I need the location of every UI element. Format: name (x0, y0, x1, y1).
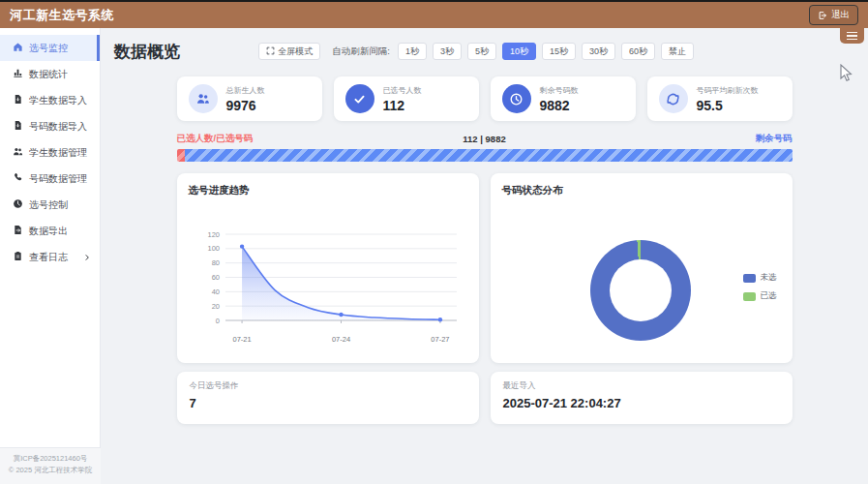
interval-button-1s[interactable]: 1秒 (398, 43, 427, 60)
sidebar-menu: 选号监控 数据统计 学生数据导入 号码数据导入 学生数据管理 (0, 28, 101, 448)
interval-button-10s[interactable]: 10秒 (502, 43, 536, 60)
interval-button-15s[interactable]: 15秒 (542, 43, 576, 60)
sidebar: 选号监控 数据统计 学生数据导入 号码数据导入 学生数据管理 (0, 28, 101, 484)
sidebar-item-student-import[interactable]: 学生数据导入 (0, 87, 100, 113)
check-circle-icon (345, 84, 374, 113)
stat-label: 总新生人数 (226, 85, 265, 96)
sidebar-item-statistics[interactable]: 数据统计 (0, 61, 100, 87)
recent-import-card: 最近导入 2025-07-21 22:04:27 (491, 372, 793, 424)
logout-button[interactable]: 退出 (809, 5, 858, 25)
sidebar-footer: 冀ICP备2025121460号 © 2025 河北工程技术学院 (0, 453, 101, 478)
svg-text:80: 80 (211, 258, 219, 267)
interval-button-disable[interactable]: 禁止 (661, 43, 694, 60)
interval-button-5s[interactable]: 5秒 (467, 43, 496, 60)
stat-card-remaining-numbers: 剩余号码数 9882 (491, 76, 636, 121)
stat-label: 号码平均刷新次数 (697, 85, 759, 96)
refresh-icon (659, 84, 688, 113)
phone-icon (13, 172, 23, 185)
app-window: 河工新生选号系统 退出 选号监控 数据统计 学生数据导入 (0, 0, 868, 484)
sidebar-item-number-manage[interactable]: 号码数据管理 (0, 166, 100, 192)
recent-import-value: 2025-07-21 22:04:27 (503, 396, 780, 410)
today-operations-card: 今日选号操作 7 (177, 372, 479, 424)
export-icon (13, 225, 23, 237)
sidebar-item-label: 选号控制 (29, 198, 68, 212)
legend-item-selected[interactable]: 已选 (743, 290, 777, 302)
interval-button-30s[interactable]: 30秒 (582, 43, 615, 60)
progress-counts: 112 | 9882 (463, 134, 505, 144)
sidebar-item-label: 学生数据导入 (29, 94, 87, 107)
interval-button-3s[interactable]: 3秒 (433, 43, 462, 60)
progress-remaining-segment (185, 149, 793, 162)
home-icon (13, 42, 23, 54)
svg-text:60: 60 (211, 273, 219, 282)
users-icon (13, 146, 23, 159)
legend-item-unselected[interactable]: 未选 (743, 272, 777, 284)
svg-text:120: 120 (207, 230, 220, 239)
progress-right-label: 剩余号码 (506, 133, 793, 145)
sidebar-item-label: 查看日志 (29, 251, 68, 264)
sidebar-item-label: 号码数据导入 (29, 120, 87, 134)
clipboard-icon (13, 251, 23, 263)
fullscreen-icon (266, 46, 275, 57)
today-operations-value: 7 (190, 396, 466, 410)
chevron-right-icon (83, 254, 91, 261)
trend-chart-title: 选号进度趋势 (189, 184, 467, 197)
donut-hole (610, 259, 672, 321)
svg-text:07-24: 07-24 (331, 335, 349, 344)
logout-icon (818, 11, 827, 20)
stat-card-selected-students: 已选号人数 112 (334, 76, 479, 121)
svg-text:0: 0 (215, 317, 219, 325)
sidebar-item-student-manage[interactable]: 学生数据管理 (0, 139, 100, 166)
app-title: 河工新生选号系统 (10, 7, 114, 24)
interval-button-60s[interactable]: 60秒 (621, 43, 655, 60)
stat-value: 9882 (540, 98, 579, 113)
hamburger-icon (847, 32, 857, 34)
stat-value: 95.5 (697, 98, 759, 113)
sidebar-item-monitor[interactable]: 选号监控 (0, 35, 100, 61)
donut-ring (590, 240, 691, 341)
clock-icon (13, 198, 23, 211)
refresh-interval-label: 自动刷新间隔: (332, 45, 390, 58)
clock-icon (502, 84, 531, 113)
status-chart-title: 号码状态分布 (502, 184, 781, 197)
bar-chart-icon (13, 68, 23, 80)
svg-text:07-21: 07-21 (232, 335, 251, 344)
main-content: 数据概览 全屏模式 自动刷新间隔: 1秒 3秒 5秒 10秒 15秒 30秒 6… (101, 28, 868, 484)
sidebar-item-logs[interactable]: 查看日志 (0, 244, 100, 270)
svg-text:07-27: 07-27 (431, 335, 449, 344)
status-chart-card: 号码状态分布 未选 已选 (491, 173, 793, 363)
legend-swatch (743, 292, 756, 301)
sidebar-item-number-import[interactable]: 号码数据导入 (0, 113, 100, 139)
stat-label: 剩余号码数 (540, 85, 579, 96)
progress-selected-segment (177, 149, 185, 162)
line-chart-canvas: 02040608010012007-2107-2407-27 (191, 219, 466, 350)
progress-bar (177, 149, 793, 162)
trend-chart-card: 选号进度趋势 02040608010012007-2107-2407-27 (177, 173, 479, 363)
sidebar-item-label: 数据统计 (29, 68, 68, 81)
svg-text:100: 100 (207, 244, 220, 253)
stat-card-avg-refresh: 号码平均刷新次数 95.5 (647, 76, 793, 121)
sidebar-item-label: 号码数据管理 (29, 172, 87, 186)
users-group-icon (189, 84, 218, 113)
today-operations-label: 今日选号操作 (190, 380, 466, 392)
settings-drawer-handle[interactable] (840, 28, 864, 44)
selection-progress: 已选人数/已选号码 112 | 9882 剩余号码 (177, 133, 793, 162)
file-import-icon (13, 94, 23, 106)
sidebar-item-export[interactable]: 数据导出 (0, 218, 100, 244)
svg-text:20: 20 (211, 302, 219, 311)
progress-left-label: 已选人数/已选号码 (177, 133, 464, 145)
stat-value: 9976 (226, 98, 265, 113)
stat-card-total-students: 总新生人数 9976 (177, 76, 322, 121)
page-title: 数据概览 (114, 41, 180, 63)
copyright: © 2025 河北工程技术学院 (0, 465, 101, 477)
stat-value: 112 (383, 98, 422, 113)
recent-import-label: 最近导入 (503, 380, 780, 392)
stat-label: 已选号人数 (383, 85, 422, 96)
refresh-toolbar: 全屏模式 自动刷新间隔: 1秒 3秒 5秒 10秒 15秒 30秒 60秒 禁止 (258, 43, 694, 60)
fullscreen-button[interactable]: 全屏模式 (258, 43, 320, 60)
chart-legend: 未选 已选 (743, 272, 777, 302)
legend-swatch (743, 274, 756, 283)
app-header: 河工新生选号系统 退出 (0, 2, 868, 28)
sidebar-item-selection-control[interactable]: 选号控制 (0, 192, 100, 218)
sidebar-item-label: 学生数据管理 (29, 146, 87, 160)
